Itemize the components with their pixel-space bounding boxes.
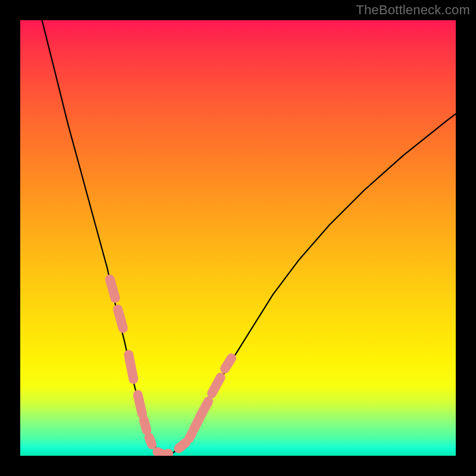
highlight-segment	[144, 420, 146, 430]
bottleneck-curve	[42, 20, 456, 455]
plot-area	[20, 20, 456, 456]
markers-group	[110, 280, 231, 455]
curve-svg	[20, 20, 456, 456]
highlight-segment	[110, 280, 115, 299]
curve-group	[42, 20, 456, 455]
highlight-segment	[149, 437, 152, 444]
highlight-segment	[225, 358, 231, 369]
highlight-segment	[212, 377, 221, 393]
highlight-segment	[178, 443, 186, 449]
watermark-text: TheBottleneck.com	[356, 2, 470, 18]
highlight-segment	[158, 452, 162, 454]
highlight-segment	[200, 402, 209, 418]
highlight-segment	[189, 433, 192, 439]
highlight-segment	[165, 453, 168, 455]
chart-frame: TheBottleneck.com	[0, 0, 476, 476]
highlight-segment	[129, 355, 133, 379]
highlight-segment	[193, 419, 199, 430]
highlight-segment	[118, 309, 123, 328]
highlight-segment	[138, 395, 142, 414]
